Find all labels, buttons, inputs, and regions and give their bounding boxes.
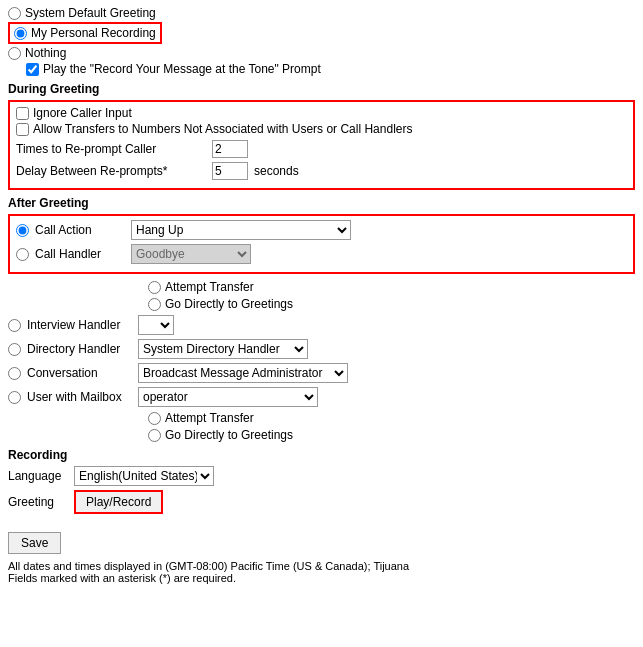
system-default-label: System Default Greeting: [25, 6, 156, 20]
directory-handler-label: Directory Handler: [27, 342, 132, 356]
language-select[interactable]: English(United States): [74, 466, 214, 486]
ignore-caller-input-checkbox[interactable]: [16, 107, 29, 120]
language-label: Language: [8, 469, 68, 483]
save-button[interactable]: Save: [8, 532, 61, 554]
recording-header: Recording: [8, 448, 635, 462]
call-action-select[interactable]: Hang Up Take Message Skip Greeting Resta…: [131, 220, 351, 240]
conversation-select[interactable]: Broadcast Message Administrator: [138, 363, 348, 383]
during-greeting-header: During Greeting: [8, 82, 635, 96]
play-prompt-label: Play the "Record Your Message at the Ton…: [43, 62, 321, 76]
play-prompt-checkbox[interactable]: [26, 63, 39, 76]
attempt-transfer-2-radio[interactable]: [148, 412, 161, 425]
personal-recording-label: My Personal Recording: [31, 26, 156, 40]
user-mailbox-radio[interactable]: [8, 391, 21, 404]
go-directly-2-radio[interactable]: [148, 429, 161, 442]
call-action-label: Call Action: [35, 223, 125, 237]
directory-handler-radio[interactable]: [8, 343, 21, 356]
interview-handler-select[interactable]: [138, 315, 174, 335]
reprompt-input[interactable]: [212, 140, 248, 158]
delay-label: Delay Between Re-prompts*: [16, 164, 206, 178]
attempt-transfer-1-radio[interactable]: [148, 281, 161, 294]
asterisk-note: Fields marked with an asterisk (*) are r…: [8, 572, 635, 584]
nothing-label: Nothing: [25, 46, 66, 60]
call-handler-label: Call Handler: [35, 247, 125, 261]
go-directly-2-label: Go Directly to Greetings: [165, 428, 293, 442]
call-handler-select[interactable]: Goodbye Opening Greeting: [131, 244, 251, 264]
personal-recording-radio[interactable]: [14, 27, 27, 40]
directory-handler-select[interactable]: System Directory Handler: [138, 339, 308, 359]
greeting-label: Greeting: [8, 495, 68, 509]
after-greeting-header: After Greeting: [8, 196, 635, 210]
go-directly-1-label: Go Directly to Greetings: [165, 297, 293, 311]
allow-transfers-checkbox[interactable]: [16, 123, 29, 136]
nothing-radio[interactable]: [8, 47, 21, 60]
ignore-caller-input-label: Ignore Caller Input: [33, 106, 132, 120]
attempt-transfer-2-label: Attempt Transfer: [165, 411, 254, 425]
call-action-radio[interactable]: [16, 224, 29, 237]
system-default-radio[interactable]: [8, 7, 21, 20]
conversation-label: Conversation: [27, 366, 132, 380]
allow-transfers-label: Allow Transfers to Numbers Not Associate…: [33, 122, 412, 136]
user-mailbox-select[interactable]: operator: [138, 387, 318, 407]
conversation-radio[interactable]: [8, 367, 21, 380]
play-record-button[interactable]: Play/Record: [74, 490, 163, 514]
reprompt-label: Times to Re-prompt Caller: [16, 142, 206, 156]
delay-input[interactable]: [212, 162, 248, 180]
call-handler-radio[interactable]: [16, 248, 29, 261]
seconds-label: seconds: [254, 164, 299, 178]
timezone-note: All dates and times displayed in (GMT-08…: [8, 560, 635, 572]
interview-handler-radio[interactable]: [8, 319, 21, 332]
interview-handler-label: Interview Handler: [27, 318, 132, 332]
attempt-transfer-1-label: Attempt Transfer: [165, 280, 254, 294]
go-directly-1-radio[interactable]: [148, 298, 161, 311]
user-mailbox-label: User with Mailbox: [27, 390, 132, 404]
